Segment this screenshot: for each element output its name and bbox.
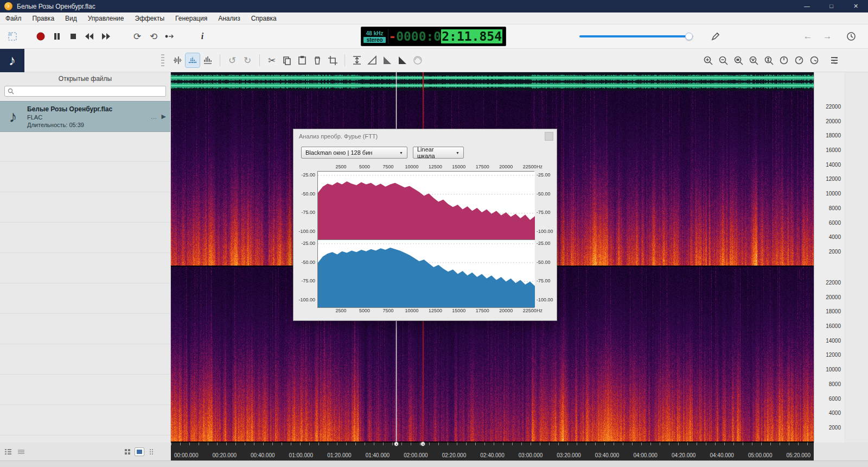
paste-icon[interactable] xyxy=(295,53,309,67)
sidebar-footer xyxy=(0,443,171,460)
compact-list-icon[interactable] xyxy=(16,447,26,456)
fft-window-value: Blackman окно | 128 бин xyxy=(305,149,372,156)
timeline-label: 03:00.000 xyxy=(519,452,543,458)
fft-top-axis: 2500500075001000012500150001750020000225… xyxy=(293,164,557,171)
menu-item[interactable]: Вид xyxy=(60,12,82,24)
sample-rate-label: 48 kHz xyxy=(363,30,386,36)
fft-scale-select[interactable]: Linear шкала ▼ xyxy=(413,147,464,159)
zoom-selection-icon[interactable] xyxy=(731,53,745,67)
nav-back-icon[interactable]: ← xyxy=(800,28,816,45)
menu-item[interactable]: Анализ xyxy=(213,12,246,24)
spectrogram-view-icon[interactable] xyxy=(186,53,200,67)
fade-in-icon[interactable] xyxy=(365,53,379,67)
menu-item[interactable]: Эффекты xyxy=(130,12,170,24)
trim-icon[interactable] xyxy=(326,53,340,67)
wave-spectrogram-view-icon[interactable] xyxy=(201,53,215,67)
fft-window-select[interactable]: Blackman окно | 128 бин ▼ xyxy=(301,147,407,159)
frequency-label: 20000 xyxy=(826,118,841,124)
fft-analysis-dialog[interactable]: Анализ преобр. Фурье (FTT) Blackman окно… xyxy=(293,129,557,321)
history-icon[interactable] xyxy=(843,28,859,45)
fft-chart-channel-2 xyxy=(318,239,535,307)
view-list-icon[interactable] xyxy=(827,53,841,67)
dialog-titlebar[interactable]: Анализ преобр. Фурье (FTT) xyxy=(293,129,557,143)
play-from-cursor-icon[interactable] xyxy=(162,28,178,45)
stop-button[interactable] xyxy=(65,28,81,45)
dots-toggle-icon[interactable] xyxy=(146,447,156,456)
knob-1-icon[interactable] xyxy=(777,53,791,67)
loop-selection-icon[interactable]: ⟲ xyxy=(145,28,162,45)
chevron-down-icon: ▼ xyxy=(456,151,459,155)
grid-toggle-icon[interactable] xyxy=(123,447,132,456)
zoom-vertical-icon[interactable] xyxy=(762,53,776,67)
file-list-item[interactable]: ♪ Белые Розы Оренбург.flac FLAC Длительн… xyxy=(0,101,170,132)
titlebar: ♪ Белые Розы Оренбург.flac — □ ✕ xyxy=(0,0,868,12)
minimize-button[interactable]: — xyxy=(795,0,819,12)
frequency-label: 16000 xyxy=(826,323,841,329)
overview-waveform[interactable] xyxy=(171,72,814,91)
timeline-ruler[interactable]: 00:00.00000:20.00000:40.00001:00.00001:2… xyxy=(171,443,814,460)
maximize-button[interactable]: □ xyxy=(819,0,844,12)
time-counter: -0000:02:11.854 xyxy=(388,29,506,43)
record-button[interactable] xyxy=(33,28,49,45)
list-view-icon[interactable] xyxy=(3,447,13,456)
info-icon[interactable]: i xyxy=(194,28,210,45)
volume-slider[interactable] xyxy=(579,31,693,42)
menu-item[interactable]: Управление xyxy=(82,12,130,24)
app-icon: ♪ xyxy=(4,2,12,10)
pen-tool-icon[interactable] xyxy=(707,28,724,45)
frequency-label: 18000 xyxy=(826,308,841,314)
menu-item[interactable]: Файл xyxy=(0,12,27,24)
timeline-label: 02:00.000 xyxy=(404,452,428,458)
fast-forward-button[interactable] xyxy=(98,28,114,45)
file-format: FLAC xyxy=(27,114,146,121)
zoom-out-icon[interactable] xyxy=(716,53,730,67)
pause-button[interactable] xyxy=(49,28,65,45)
frequency-label: 8000 xyxy=(829,205,841,211)
music-note-icon: ♪ xyxy=(3,108,23,126)
menu-item[interactable]: Правка xyxy=(27,12,60,24)
undo-icon[interactable]: ↺ xyxy=(225,53,239,67)
play-file-icon[interactable]: ▶ xyxy=(162,113,166,120)
frequency-scale-channel-1: 2200020000180001600014000120001000080006… xyxy=(814,91,844,266)
menu-bar: ФайлПравкаВидУправлениеЭффектыГенерацияА… xyxy=(0,12,868,24)
menu-item[interactable]: Генерация xyxy=(170,12,213,24)
selection-tool-icon[interactable] xyxy=(4,28,21,45)
copy-icon[interactable] xyxy=(280,53,294,67)
redo-icon[interactable]: ↻ xyxy=(240,53,254,67)
time-display: 48 kHz stereo -0000:02:11.854 xyxy=(361,27,506,46)
nav-forward-icon[interactable]: → xyxy=(819,28,835,45)
fft-bottom-axis: 2500500075001000012500150001750020000225… xyxy=(293,308,557,315)
volume-handle[interactable] xyxy=(685,33,693,40)
menu-item[interactable]: Справка xyxy=(246,12,282,24)
knob-2-icon[interactable] xyxy=(792,53,806,67)
thumbnail-toggle-icon[interactable] xyxy=(135,447,144,456)
waveform-view-icon[interactable] xyxy=(170,53,184,67)
timeline-label: 00:20.000 xyxy=(213,452,237,458)
cut-icon[interactable]: ✂ xyxy=(265,53,279,67)
adjust-gain-icon[interactable] xyxy=(350,53,364,67)
search-box[interactable] xyxy=(4,86,166,97)
volume-track[interactable] xyxy=(579,35,693,37)
loop-icon[interactable]: ⟳ xyxy=(129,28,145,45)
timeline-label: 04:40.000 xyxy=(710,452,734,458)
close-button[interactable]: ✕ xyxy=(844,0,868,12)
normalize-icon[interactable] xyxy=(395,53,410,67)
delete-icon[interactable] xyxy=(310,53,324,67)
toolbar-drag-handle[interactable] xyxy=(161,54,164,66)
dialog-close-icon[interactable] xyxy=(545,132,553,141)
zoom-in-icon[interactable] xyxy=(701,53,715,67)
frequency-label: 4000 xyxy=(829,234,841,240)
marker-pin[interactable] xyxy=(420,441,425,446)
knob-3-icon[interactable] xyxy=(807,53,821,67)
effect-preview-icon[interactable] xyxy=(411,53,425,67)
frequency-label: 14000 xyxy=(826,162,841,168)
search-input[interactable] xyxy=(16,88,163,94)
rewind-button[interactable] xyxy=(81,28,98,45)
frequency-label: 16000 xyxy=(826,147,841,153)
zoom-fit-icon[interactable] xyxy=(746,53,761,67)
app-logo-icon: ♪ xyxy=(0,49,24,72)
frequency-label: 18000 xyxy=(826,132,841,138)
fade-out-icon[interactable] xyxy=(380,53,394,67)
fft-db-labels-right-2: -25.00-50.00-75.00-100.00 xyxy=(534,239,558,308)
playhead-pin[interactable] xyxy=(394,441,399,446)
